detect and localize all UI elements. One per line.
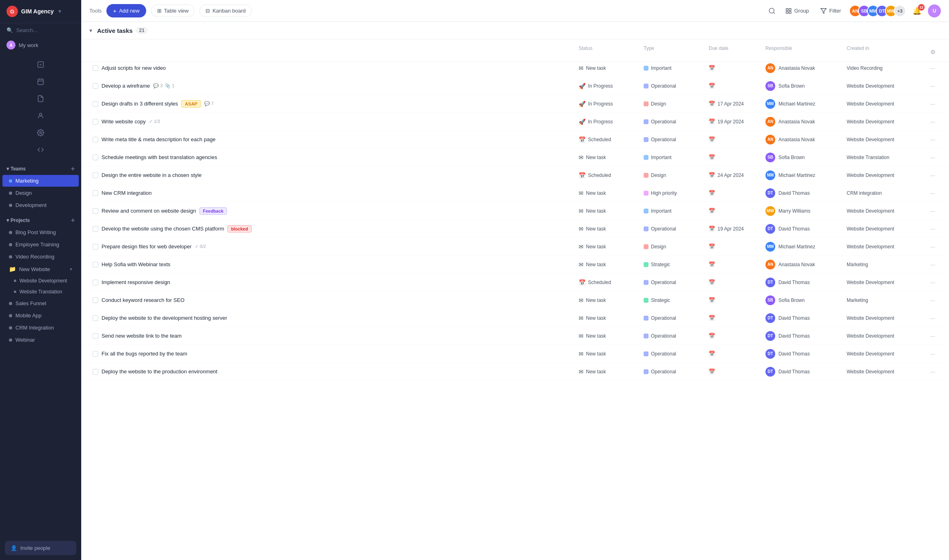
- row-settings[interactable]: ···: [925, 240, 941, 253]
- type-dot: [644, 298, 649, 303]
- type-label: Important: [651, 155, 672, 160]
- task-checkbox[interactable]: [93, 369, 98, 375]
- row-settings[interactable]: ···: [925, 169, 941, 182]
- tools-label: Tools: [89, 8, 102, 14]
- table-row[interactable]: New CRM integration ✉ New task High prio…: [81, 184, 949, 202]
- task-checkbox[interactable]: [93, 315, 98, 321]
- row-settings[interactable]: ···: [925, 97, 941, 110]
- table-row[interactable]: Develop a wireframe 💬 3📎 1 🚀 In Progress…: [81, 77, 949, 95]
- sidebar-item-sales-funnel[interactable]: Sales Funnel: [2, 297, 79, 309]
- expand-icon[interactable]: [0, 141, 81, 158]
- sidebar-item-design[interactable]: Design: [2, 187, 79, 199]
- sidebar-item-marketing[interactable]: Marketing: [2, 175, 79, 187]
- row-settings[interactable]: ···: [925, 365, 941, 378]
- row-settings[interactable]: ···: [925, 62, 941, 75]
- table-row[interactable]: Deploy the website to the production env…: [81, 363, 949, 381]
- row-settings[interactable]: ···: [925, 276, 941, 289]
- sidebar-item-website-translation[interactable]: Website Translation: [2, 286, 79, 297]
- sidebar-item-website-development[interactable]: Website Development: [2, 276, 79, 286]
- calendar-icon: 📅: [709, 226, 715, 232]
- invite-people-btn[interactable]: 👤 Invite people: [5, 541, 76, 555]
- row-settings[interactable]: ···: [925, 330, 941, 342]
- kanban-board-btn[interactable]: ⊟ Kanban board: [199, 4, 252, 17]
- table-row[interactable]: Write meta title & meta description for …: [81, 131, 949, 149]
- row-settings[interactable]: ···: [925, 294, 941, 307]
- settings-icon[interactable]: [0, 124, 81, 141]
- table-row[interactable]: Implement responsive design 📅 Scheduled …: [81, 274, 949, 291]
- avatar-count[interactable]: +3: [894, 5, 906, 17]
- task-checkbox[interactable]: [93, 351, 98, 357]
- my-work-item[interactable]: A My work: [0, 37, 81, 53]
- table-row[interactable]: Conduct keyword research for SEO ✉ New t…: [81, 291, 949, 309]
- row-settings[interactable]: ···: [925, 133, 941, 146]
- sidebar-item-mobile-app[interactable]: Mobile App: [2, 310, 79, 321]
- row-settings[interactable]: ···: [925, 347, 941, 360]
- row-settings[interactable]: ···: [925, 151, 941, 164]
- status-label: New task: [586, 315, 606, 321]
- col-settings[interactable]: ⚙: [925, 45, 941, 58]
- task-checkbox[interactable]: [93, 101, 98, 107]
- task-checkbox[interactable]: [93, 244, 98, 250]
- task-checkbox[interactable]: [93, 83, 98, 89]
- table-row[interactable]: Deploy the website to the development ho…: [81, 309, 949, 327]
- table-row[interactable]: Fix all the bugs reported by the team ✉ …: [81, 345, 949, 363]
- task-checkbox[interactable]: [93, 137, 98, 142]
- row-settings[interactable]: ···: [925, 115, 941, 128]
- row-settings[interactable]: ···: [925, 312, 941, 325]
- row-settings[interactable]: ···: [925, 258, 941, 271]
- filter-btn[interactable]: Filter: [817, 6, 844, 16]
- docs-icon[interactable]: [0, 90, 81, 107]
- row-settings[interactable]: ···: [925, 205, 941, 218]
- user-avatar[interactable]: U: [928, 4, 941, 17]
- type-dot: [644, 262, 649, 267]
- search-button[interactable]: 🔍 Search...: [0, 23, 81, 37]
- table-row[interactable]: Write website copy ✓ 1/3 🚀 In Progress O…: [81, 113, 949, 131]
- task-checkbox[interactable]: [93, 65, 98, 71]
- section-toggle-btn[interactable]: ▾: [89, 27, 92, 34]
- table-view-btn[interactable]: ⊞ Table view: [151, 4, 195, 17]
- table-row[interactable]: Help Sofia with Webinar texts ✉ New task…: [81, 256, 949, 274]
- row-settings[interactable]: ···: [925, 187, 941, 200]
- task-checkbox[interactable]: [93, 155, 98, 160]
- task-checkbox[interactable]: [93, 297, 98, 303]
- notification-btn[interactable]: 🔔 12: [911, 5, 923, 17]
- add-new-button[interactable]: + Add new: [106, 4, 146, 17]
- responsible-name: Michael Martinez: [778, 244, 815, 250]
- task-checkbox[interactable]: [93, 280, 98, 285]
- date-cell: 📅: [705, 151, 762, 164]
- projects-header[interactable]: ▾ Projects +: [0, 215, 81, 226]
- projects-add-btn[interactable]: +: [71, 217, 75, 224]
- row-settings[interactable]: ···: [925, 80, 941, 93]
- sidebar-item-new-website[interactable]: 📁 New Website ▾: [2, 263, 79, 275]
- sidebar-item-blog-post-writing[interactable]: Blog Post Writing: [2, 226, 79, 238]
- row-settings[interactable]: ···: [925, 222, 941, 235]
- table-row[interactable]: Review and comment on website design Fee…: [81, 202, 949, 220]
- sidebar-item-development[interactable]: Development: [2, 199, 79, 211]
- group-btn[interactable]: Group: [782, 6, 812, 16]
- search-btn[interactable]: [767, 6, 777, 16]
- task-checkbox[interactable]: [93, 333, 98, 339]
- task-checkbox[interactable]: [93, 190, 98, 196]
- task-checkbox[interactable]: [93, 226, 98, 232]
- sidebar-item-webinar[interactable]: Webinar: [2, 334, 79, 346]
- table-row[interactable]: Design drafts in 3 different styles ASAP…: [81, 95, 949, 113]
- status-label: New task: [586, 351, 606, 357]
- person-icon[interactable]: [0, 107, 81, 124]
- table-row[interactable]: Schedule meetings with best translation …: [81, 149, 949, 166]
- table-row[interactable]: Prepare design files for web developer ✓…: [81, 238, 949, 256]
- teams-header[interactable]: ▾ Teams +: [0, 163, 81, 174]
- sidebar-item-employee-training[interactable]: Employee Training: [2, 239, 79, 250]
- table-row[interactable]: Send new website link to the team ✉ New …: [81, 327, 949, 345]
- app-logo[interactable]: G GIM Agency ▾: [0, 0, 81, 23]
- task-checkbox[interactable]: [93, 172, 98, 178]
- sidebar-item-crm-integration[interactable]: CRM Integration: [2, 322, 79, 334]
- task-checkbox[interactable]: [93, 262, 98, 267]
- task-checkbox[interactable]: [93, 119, 98, 125]
- tasks-icon[interactable]: [0, 56, 81, 73]
- task-checkbox[interactable]: [93, 208, 98, 214]
- table-row[interactable]: Develop the website using the chosen CMS…: [81, 220, 949, 238]
- sidebar-item-video-recording[interactable]: Video Recording: [2, 251, 79, 263]
- calendar-icon[interactable]: [0, 73, 81, 90]
- teams-add-btn[interactable]: +: [71, 166, 75, 172]
- table-row[interactable]: Design the entire website in a chosen st…: [81, 166, 949, 184]
